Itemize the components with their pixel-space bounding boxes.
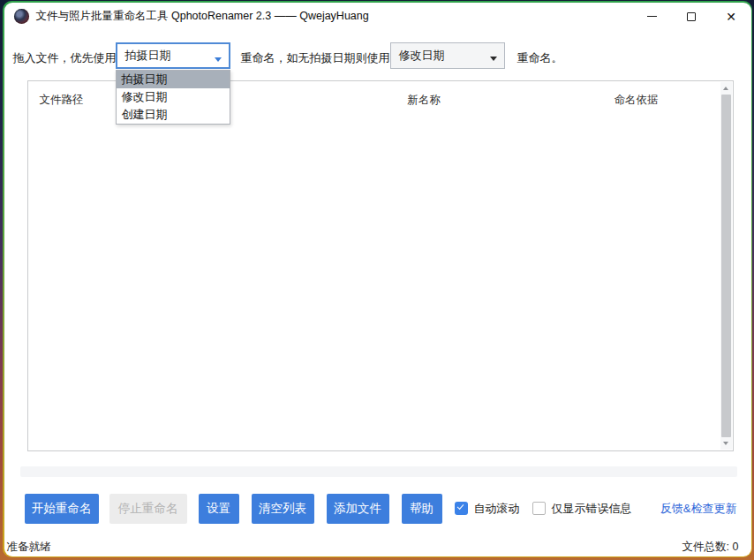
window-title: 文件与照片批量重命名工具 QphotoRenamer 2.3 —— Qwejay… (36, 9, 369, 24)
desktop-background: 文件与照片批量重命名工具 QphotoRenamer 2.3 —— Qwejay… (0, 0, 754, 560)
primary-date-combobox-value: 拍摄日期 (125, 48, 171, 64)
file-list-table: 文件路径 新名称 命名依据 (27, 80, 734, 451)
dropdown-option-shot-date[interactable]: 拍摄日期 (117, 71, 230, 88)
column-header-naming-basis: 命名依据 (615, 93, 659, 108)
dropdown-option-modified-date[interactable]: 修改日期 (117, 88, 230, 106)
scroll-up-button[interactable] (720, 82, 732, 95)
window-frame: 文件与照片批量重命名工具 QphotoRenamer 2.3 —— Qwejay… (3, 1, 752, 557)
help-button[interactable]: 帮助 (402, 494, 442, 524)
errors-only-label: 仅显示错误信息 (552, 501, 632, 517)
maximize-icon (687, 12, 696, 21)
primary-date-combobox[interactable]: 拍摄日期 (116, 42, 230, 69)
minimize-icon (647, 16, 657, 17)
column-header-file-path: 文件路径 (40, 93, 84, 108)
fallback-date-combobox[interactable]: 修改日期 (390, 42, 505, 69)
chevron-down-icon (490, 57, 497, 61)
status-bar: 准备就绪 文件总数: 0 (4, 537, 751, 556)
primary-date-dropdown-list: 拍摄日期 修改日期 创建日期 (116, 70, 230, 125)
column-header-new-name: 新名称 (408, 93, 441, 108)
auto-scroll-checkbox[interactable] (455, 502, 468, 515)
drag-hint-prefix-label: 拖入文件，优先使用 (13, 50, 117, 66)
title-bar: 文件与照片批量重命名工具 QphotoRenamer 2.3 —— Qwejay… (4, 3, 751, 31)
feedback-update-link[interactable]: 反馈&检查更新 (660, 501, 737, 517)
errors-only-checkbox[interactable] (532, 502, 546, 515)
fallback-date-combobox-value: 修改日期 (399, 48, 445, 64)
app-window: 文件与照片批量重命名工具 QphotoRenamer 2.3 —— Qwejay… (4, 3, 751, 556)
rename-fallback-label: 重命名，如无拍摄日期则使用 (241, 50, 390, 66)
app-icon (14, 9, 29, 24)
status-message: 准备就绪 (7, 540, 51, 555)
minimize-button[interactable] (632, 3, 672, 31)
triangle-up-icon (723, 87, 728, 90)
close-icon: ✕ (726, 11, 736, 23)
auto-scroll-label: 自动滚动 (474, 501, 520, 517)
triangle-down-icon (723, 442, 728, 445)
rename-suffix-label: 重命名。 (517, 50, 563, 66)
window-controls: ✕ (632, 3, 751, 31)
errors-only-checkbox-group[interactable]: 仅显示错误信息 (532, 501, 632, 517)
check-icon (456, 503, 464, 510)
add-files-button[interactable]: 添加文件 (327, 494, 389, 524)
settings-button[interactable]: 设置 (199, 494, 239, 524)
clear-list-button[interactable]: 清空列表 (252, 494, 314, 524)
action-bar: 开始重命名 停止重命名 设置 清空列表 添加文件 帮助 自动滚动 仅显示错误信息… (25, 494, 743, 524)
vertical-scrollbar[interactable] (720, 82, 732, 450)
close-button[interactable]: ✕ (712, 3, 751, 31)
progress-bar (20, 466, 737, 477)
chevron-down-icon (215, 57, 222, 62)
file-total-count: 文件总数: 0 (682, 540, 739, 555)
auto-scroll-checkbox-group[interactable]: 自动滚动 (455, 501, 520, 517)
maximize-button[interactable] (672, 3, 712, 31)
start-rename-button[interactable]: 开始重命名 (25, 494, 99, 524)
scrollbar-thumb[interactable] (721, 95, 731, 437)
scroll-down-button[interactable] (720, 437, 732, 450)
dropdown-option-created-date[interactable]: 创建日期 (117, 106, 230, 124)
stop-rename-button: 停止重命名 (109, 494, 187, 524)
